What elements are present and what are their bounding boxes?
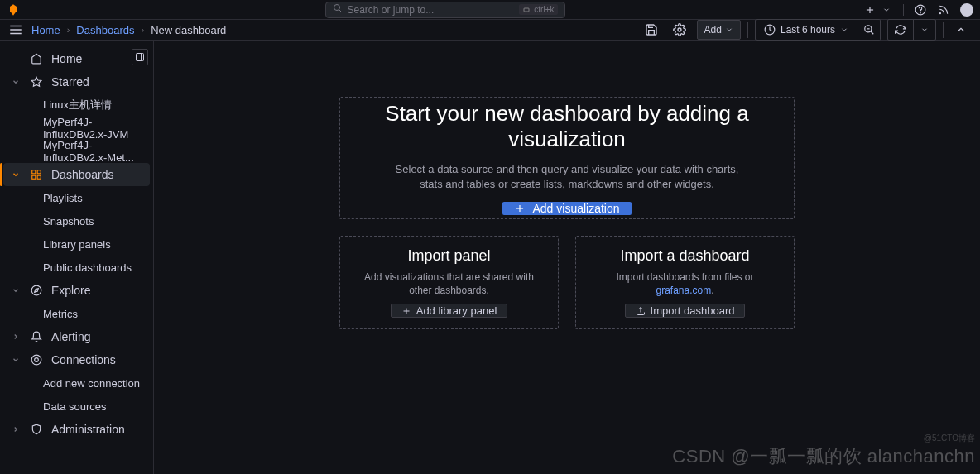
sidebar-item-home[interactable]: Home <box>3 47 150 70</box>
sidebar-item-dashboards[interactable]: Dashboards <box>3 163 150 186</box>
menu-icon[interactable] <box>8 22 23 37</box>
refresh-group <box>887 19 936 41</box>
sidebar-item-explore[interactable]: Explore <box>3 279 150 302</box>
sidebar-item-starred-1[interactable]: MyPerf4J-InfluxDBv2.x-JVM <box>3 117 150 140</box>
grafana-link[interactable]: grafana.com <box>656 285 711 296</box>
zoom-out-icon[interactable] <box>858 19 881 41</box>
home-icon <box>30 53 43 65</box>
card-title: Start your new dashboard by adding a vis… <box>357 101 777 152</box>
apps-icon <box>30 169 43 180</box>
news-icon[interactable] <box>937 3 950 17</box>
breadcrumbs: Home › Dashboards › New dashboard <box>31 24 226 36</box>
collapse-icon[interactable] <box>950 19 972 41</box>
chevron-down-icon <box>10 356 22 364</box>
card-description: Add visualizations that are shared with … <box>353 271 545 297</box>
import-dashboard-button[interactable]: Import dashboard <box>625 304 746 318</box>
svg-rect-16 <box>137 54 144 61</box>
sidebar-item-snapshots[interactable]: Snapshots <box>3 209 150 232</box>
card-title: Import panel <box>407 247 490 265</box>
svg-point-6 <box>920 12 921 13</box>
shield-icon <box>30 424 43 435</box>
sidebar-item-label: Add new connection <box>43 377 140 390</box>
star-icon <box>30 76 43 88</box>
subbar: Home › Dashboards › New dashboard Add La… <box>0 20 980 41</box>
add-visualization-button[interactable]: Add visualization <box>502 202 631 215</box>
svg-point-23 <box>31 285 41 295</box>
card-import-dashboard: Import a dashboard Import dashboards fro… <box>575 236 795 329</box>
sidebar-item-label: Linux主机详情 <box>43 98 112 113</box>
sidebar-item-add-connection[interactable]: Add new connection <box>3 371 150 395</box>
bell-icon <box>30 331 43 342</box>
sidebar-item-starred-0[interactable]: Linux主机详情 <box>3 93 150 117</box>
sidebar-item-data-sources[interactable]: Data sources <box>3 395 150 418</box>
breadcrumb-dashboards[interactable]: Dashboards <box>76 24 134 36</box>
compass-icon <box>30 285 43 296</box>
refresh-interval-dropdown[interactable] <box>914 20 935 40</box>
global-search[interactable]: Search or jump to... ctrl+k <box>325 2 565 18</box>
sidebar: Home Starred Linux主机详情 MyPerf4J-InfluxDB… <box>0 41 154 474</box>
card-add-visualization: Start your new dashboard by adding a vis… <box>339 97 795 219</box>
card-description: Import dashboards from files or grafana.… <box>589 271 781 297</box>
sidebar-item-library-panels[interactable]: Library panels <box>3 232 150 256</box>
add-button[interactable]: Add <box>697 20 741 40</box>
watermark: CSDN @一瓢一瓢的饮 alanchanchn <box>672 444 975 469</box>
chevron-down-icon <box>10 78 22 86</box>
sidebar-item-playlists[interactable]: Playlists <box>3 186 150 209</box>
sidebar-item-label: Playlists <box>43 192 83 204</box>
card-description: Select a data source and then query and … <box>385 162 749 192</box>
svg-rect-20 <box>37 170 41 174</box>
chevron-down-icon[interactable] <box>880 3 893 17</box>
time-picker: Last 6 hours <box>755 19 881 41</box>
time-range-button[interactable]: Last 6 hours <box>755 19 858 41</box>
sidebar-item-label: Metrics <box>43 308 78 320</box>
card-import-panel: Import panel Add visualizations that are… <box>339 236 559 329</box>
svg-point-0 <box>334 5 339 11</box>
grafana-logo-icon[interactable] <box>7 3 20 17</box>
sidebar-item-label: Administration <box>51 423 125 436</box>
topbar: Search or jump to... ctrl+k <box>0 0 980 20</box>
save-icon[interactable] <box>641 19 662 41</box>
sidebar-item-connections[interactable]: Connections <box>3 348 150 371</box>
add-library-panel-button[interactable]: Add library panel <box>391 304 508 318</box>
search-shortcut: ctrl+k <box>519 4 557 15</box>
main: Start your new dashboard by adding a vis… <box>154 41 980 474</box>
card-title: Import a dashboard <box>620 247 749 265</box>
chevron-down-icon <box>10 286 22 294</box>
avatar[interactable] <box>960 3 973 17</box>
sidebar-item-label: Data sources <box>43 400 107 413</box>
sidebar-item-administration[interactable]: Administration <box>3 418 150 441</box>
plus-icon[interactable] <box>863 3 877 17</box>
sidebar-item-starred-2[interactable]: MyPerf4J-InfluxDBv2.x-Met... <box>3 140 150 163</box>
search-placeholder: Search or jump to... <box>348 4 435 16</box>
breadcrumb-home[interactable]: Home <box>31 24 60 36</box>
sidebar-item-public-dashboards[interactable]: Public dashboards <box>3 256 150 279</box>
svg-marker-24 <box>35 289 39 293</box>
watermark-2: @51CTO博客 <box>924 433 975 444</box>
chevron-right-icon <box>10 333 22 341</box>
refresh-icon[interactable] <box>888 20 914 40</box>
settings-icon[interactable] <box>669 19 690 41</box>
search-icon <box>333 3 343 16</box>
sidebar-item-label: Public dashboards <box>43 261 132 274</box>
sidebar-item-label: Library panels <box>43 238 111 251</box>
help-icon[interactable] <box>914 3 927 17</box>
svg-point-25 <box>31 355 41 365</box>
plug-icon <box>30 354 43 366</box>
sidebar-item-label: Explore <box>51 284 90 297</box>
sidebar-item-label: Dashboards <box>51 168 114 181</box>
undock-icon[interactable] <box>132 49 148 65</box>
sidebar-item-starred[interactable]: Starred <box>3 70 150 93</box>
svg-rect-19 <box>32 170 36 174</box>
chevron-right-icon: › <box>67 25 70 35</box>
sidebar-item-alerting[interactable]: Alerting <box>3 325 150 348</box>
sidebar-item-label: MyPerf4J-InfluxDBv2.x-Met... <box>43 139 143 164</box>
sidebar-item-label: MyPerf4J-InfluxDBv2.x-JVM <box>43 116 143 141</box>
sidebar-item-label: Snapshots <box>43 215 94 227</box>
svg-point-7 <box>939 12 940 13</box>
sidebar-item-label: Alerting <box>51 330 90 343</box>
sidebar-item-label: Home <box>51 52 82 65</box>
sidebar-item-metrics[interactable]: Metrics <box>3 302 150 325</box>
sidebar-item-label: Starred <box>51 75 89 89</box>
svg-point-26 <box>35 358 39 362</box>
chevron-right-icon: › <box>141 25 144 35</box>
